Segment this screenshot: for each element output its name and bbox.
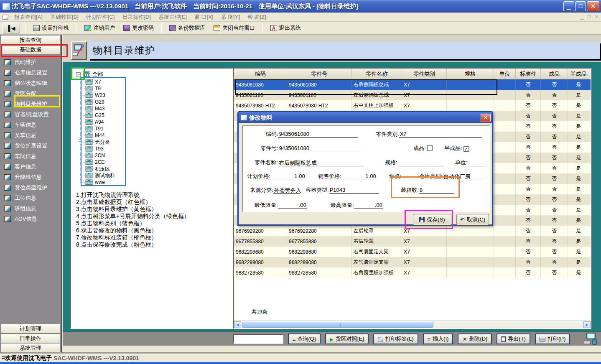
mdi-restore-icon[interactable]: ❐: [587, 14, 591, 20]
table-row[interactable]: 94350610809435061080右后侧隔板总成X7否否是: [234, 79, 591, 90]
sidebar-item[interactable]: 物料目录维护: [0, 99, 61, 109]
sidebar-item[interactable]: 升降机信息: [0, 172, 61, 182]
bottom-toolbar-button[interactable]: 查询(Q): [288, 333, 321, 344]
scroll-right-icon[interactable]: [583, 321, 591, 328]
sidebar-group-plan-management[interactable]: 计划管理: [1, 324, 60, 333]
box-count-field[interactable]: 8: [419, 187, 454, 194]
sidebar-group-basic-data[interactable]: 基础数据: [1, 45, 60, 54]
table-row[interactable]: 96827285809682728580右角窗里板加强板X7否否是: [234, 267, 591, 278]
sidebar-item[interactable]: 代码维护: [0, 57, 61, 67]
save-button[interactable]: 保存(S): [413, 214, 451, 225]
column-header[interactable]: 成品: [541, 69, 568, 79]
menu-item[interactable]: 系 统[Y]: [221, 13, 240, 21]
sidebar-item[interactable]: AGV信息: [0, 214, 61, 224]
cancel-button[interactable]: 取消(C): [456, 214, 489, 225]
menu-item[interactable]: 系统管理[E]: [158, 13, 187, 21]
tree-item[interactable]: wwe: [71, 179, 232, 186]
tree-root-item[interactable]: − 全部: [71, 69, 232, 79]
menu-item[interactable]: 报表查询[A]: [14, 13, 43, 21]
menu-item[interactable]: 帮 助[Z]: [247, 13, 266, 21]
column-header[interactable]: 零件号: [287, 69, 352, 79]
tree-item[interactable]: 2CN: [71, 152, 232, 159]
menu-item[interactable]: 计划管理[C]: [86, 13, 115, 21]
column-header[interactable]: 单位: [494, 69, 516, 79]
column-header[interactable]: 标准件: [516, 69, 541, 79]
scroll-left-icon[interactable]: [234, 321, 241, 328]
semi-finished-checkbox[interactable]: ✓: [463, 146, 469, 152]
tree-expander-plus-icon[interactable]: +: [78, 140, 82, 144]
tree-item[interactable]: W23: [71, 92, 232, 99]
plan-price-field[interactable]: 1.00: [270, 173, 306, 180]
sidebar-item[interactable]: 班组信息: [0, 203, 61, 214]
column-header[interactable]: 零件类别: [402, 69, 447, 79]
sidebar-item[interactable]: 容器/托盘设置: [0, 109, 61, 120]
spec-field[interactable]: [397, 159, 443, 166]
bottom-toolbar-button[interactable]: 导出(T): [497, 333, 530, 344]
sidebar-group-system-management[interactable]: 系统管理: [1, 344, 60, 353]
code-field[interactable]: 9435061080: [278, 131, 358, 138]
bottom-toolbar-button[interactable]: 插入(I): [423, 333, 453, 344]
horizontal-scrollbar[interactable]: [234, 321, 591, 328]
sidebar-item[interactable]: 货位扩展设置: [0, 140, 61, 151]
toolbar-button[interactable]: 关闭当前窗口: [211, 23, 257, 33]
bottom-toolbar-button[interactable]: 打印标签(L): [373, 333, 418, 344]
part-name-field[interactable]: 右后侧隔板总成: [278, 159, 363, 166]
tree-item[interactable]: T9: [71, 85, 232, 92]
table-row[interactable]: 96778558809677855880右后轮罩X7否否是: [234, 236, 591, 247]
tree-item[interactable]: M43: [71, 105, 232, 112]
dialog-close-icon[interactable]: ✕: [481, 114, 491, 122]
bottom-toolbar-button[interactable]: 货区对照[E]: [325, 333, 368, 344]
table-row[interactable]: 9435073980-HT29435073980-HT2右中支柱上加强板X7否否…: [234, 100, 591, 111]
warehouse-type-field[interactable]: 自动化厂房: [443, 173, 484, 180]
bottom-toolbar-button[interactable]: 删除(D): [458, 333, 492, 344]
tree-item[interactable]: A94: [71, 119, 232, 125]
sidebar-item[interactable]: 客户信息: [0, 161, 61, 172]
sidebar-item[interactable]: 货位类型维护: [0, 182, 61, 193]
mdi-minimize-icon[interactable]: ▁: [580, 14, 583, 20]
toolbar-button[interactable]: 更改密码: [121, 23, 156, 33]
sidebar-group-report-query[interactable]: 报表查询: [1, 36, 60, 45]
scrollbar-thumb[interactable]: [242, 322, 433, 328]
tree-item[interactable]: G25: [71, 112, 232, 119]
finished-checkbox[interactable]: [427, 145, 433, 151]
table-row[interactable]: 96822986809682298680右气囊固定支架X7否否是: [234, 247, 591, 257]
sidebar-item[interactable]: 货区分配: [0, 88, 61, 99]
sidebar-item[interactable]: 车间信息: [0, 151, 61, 161]
sidebar-item[interactable]: 叉车信息: [0, 130, 61, 140]
sidebar-item[interactable]: 车辆信息: [0, 120, 61, 130]
min-limit-field[interactable]: .00: [278, 202, 307, 209]
table-row[interactable]: 94350611809435061180左后侧隔板总成X7否否是: [234, 90, 591, 100]
menu-item[interactable]: 基础数据[B]: [50, 13, 79, 21]
part-no-field[interactable]: 9435061080: [278, 145, 363, 152]
mdi-close-icon[interactable]: ✕: [595, 14, 598, 20]
column-header[interactable]: 编码: [234, 69, 287, 79]
tree-item[interactable]: 积压区: [71, 165, 232, 172]
bottom-toolbar-button[interactable]: 打印(P): [535, 333, 570, 344]
toolbar-button[interactable]: 注销用户: [82, 23, 117, 33]
tree-item[interactable]: 测试物料: [71, 172, 232, 179]
container-type-field[interactable]: P1043: [329, 187, 379, 194]
unit-field[interactable]: [468, 159, 485, 166]
table-row[interactable]: 96822990809682299080左气囊固定支架X7否否是: [234, 257, 591, 267]
tree-item[interactable]: + 无分类: [71, 139, 232, 145]
part-category-field[interactable]: X7: [399, 131, 482, 138]
column-header[interactable]: 零件名称: [352, 69, 402, 79]
max-limit-field[interactable]: .00: [354, 202, 383, 209]
tree-item[interactable]: T91: [71, 125, 232, 132]
toolbar-button[interactable]: 设置打印机: [31, 23, 71, 33]
minimize-icon[interactable]: [563, 1, 574, 11]
sidebar-item[interactable]: 仓库信息设置: [0, 67, 61, 78]
menu-item[interactable]: 窗 口[X]: [194, 13, 214, 21]
toolbar-button[interactable]: 备份数据库: [167, 23, 208, 33]
sale-price-field[interactable]: 1.00: [341, 173, 377, 180]
tree-item[interactable]: G29: [71, 99, 232, 105]
tree-item[interactable]: X7: [71, 79, 232, 85]
column-header[interactable]: 规格: [447, 69, 494, 79]
menu-item[interactable]: 日常操作[D]: [122, 13, 151, 21]
tree-expander-minus-icon[interactable]: −: [76, 72, 81, 77]
nav-first-button[interactable]: [3, 23, 20, 33]
source-category-field[interactable]: 外委劳务入: [273, 187, 300, 194]
table-row[interactable]: 96769292809676929280左后轮罩X7否否是: [234, 226, 591, 236]
column-header[interactable]: 半成品: [568, 69, 589, 79]
tree-item[interactable]: T93: [71, 145, 232, 152]
